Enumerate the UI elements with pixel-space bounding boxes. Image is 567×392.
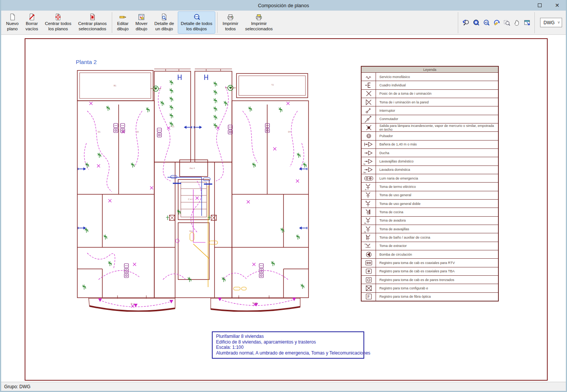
- svg-text:D1: D1: [98, 131, 100, 133]
- legend-label: Bomba de circulación: [376, 250, 498, 258]
- chevron-down-icon: ˅: [558, 20, 560, 25]
- legend-row: Posic ón de a toma de i uminación: [362, 90, 498, 98]
- move-drawing-button[interactable]: Moverdibujo: [132, 11, 150, 34]
- button-label: Borrar: [26, 21, 38, 27]
- statusbar: Grupo: DWG: [1, 382, 566, 391]
- button-label: Centrar todos: [45, 21, 72, 27]
- zoom-x2-icon: ×2: [482, 19, 490, 27]
- zoom-x2-button[interactable]: ×2: [481, 18, 491, 27]
- button-label: vacíos: [25, 27, 38, 32]
- svg-text:2: 2: [365, 200, 367, 203]
- center-all-button[interactable]: Centrar todoslos planos: [42, 11, 75, 34]
- info-line: Escala: 1:100: [216, 345, 360, 350]
- page-new-icon: [9, 13, 16, 21]
- toolbar-button-groups: NuevoplanoBorrarvacíosCentrar todoslos p…: [3, 11, 276, 34]
- detail-all-button[interactable]: Detalle de todoslos dibujos: [178, 11, 215, 34]
- commutator-icon: [362, 115, 376, 123]
- button-label: seleccionados: [245, 27, 273, 32]
- legend-row: Servicio monofásico: [362, 73, 498, 81]
- redraw-button[interactable]: [492, 18, 501, 27]
- page-erase-icon: [28, 13, 36, 21]
- svg-text:T2: T2: [271, 84, 274, 86]
- pushbutton-icon: [362, 132, 376, 140]
- legend-row: FRegistro para toma de fibra óptica: [362, 293, 498, 301]
- zoom-window-button[interactable]: [502, 18, 511, 27]
- close-button[interactable]: ✕: [548, 0, 566, 11]
- lamp-wall-icon: [362, 98, 376, 106]
- zoom-previous-button[interactable]: [461, 18, 470, 27]
- export-format-value: DWG: [544, 20, 554, 25]
- legend-label: Toma de i uminación en la pared: [376, 98, 498, 106]
- button-label: un dibujo: [155, 27, 173, 32]
- legend-row: Interruptor: [362, 106, 498, 115]
- svg-text:D4: D4: [288, 131, 291, 133]
- toma-doble-icon: 2: [362, 200, 376, 208]
- legend-row: Toma de i uminación en la pared: [362, 98, 498, 106]
- page-magnify-icon: [160, 13, 168, 21]
- info-line: Edificio de 8 viviendas, aparcamientos y…: [216, 339, 360, 345]
- export-format-select[interactable]: DWG ˅: [540, 18, 562, 27]
- legend-row: Conmutador: [362, 115, 498, 123]
- legend-label: Salida para lámpara incandescente, vapor…: [376, 123, 498, 131]
- zoom-previous-icon: [462, 19, 470, 27]
- legend-label: Toma de avavajillas: [376, 225, 498, 233]
- legend-row: lav.Lavadora doméstica: [362, 166, 498, 174]
- svg-text:lvj: lvj: [364, 231, 366, 233]
- legend-row: 2Toma de uso general doble: [362, 200, 498, 208]
- button-label: los planos: [48, 27, 68, 32]
- reg-twisted-icon: [362, 276, 376, 284]
- pan-icon: [513, 19, 521, 27]
- legend-label: Registro para toma de cab es de pares tr…: [376, 276, 498, 284]
- pump-icon: [362, 250, 376, 258]
- legend-row: Toma de baño / auxiliar de cocina: [362, 233, 498, 242]
- service-mono-icon: [362, 73, 376, 81]
- toolbar-view-tools: ×2 DWG ˅: [456, 11, 564, 34]
- button-label: Nuevo: [6, 21, 19, 27]
- print-selected-button[interactable]: Imprimirseleccionados: [242, 11, 276, 34]
- legend-row: Registro para toma de cab es de pares tr…: [362, 276, 498, 284]
- bath-icon: [362, 141, 376, 148]
- dishwasher-icon: lvj: [362, 157, 376, 165]
- button-label: dibujo: [136, 27, 147, 32]
- svg-text:lav: lav: [364, 222, 367, 224]
- legend-label: Registro para toma configurab e: [376, 284, 498, 292]
- center-selected-button[interactable]: Centrar planosseleccionados: [75, 11, 110, 34]
- legend-row: Pulsador: [362, 132, 498, 140]
- legend-row: lvjToma de avavajillas: [362, 225, 498, 233]
- print-all-button[interactable]: Imprimirtodos: [219, 11, 241, 34]
- send-to-window-button[interactable]: [522, 18, 532, 27]
- legend-row: Lum naria de emergencia: [362, 174, 498, 183]
- toolbar-separator: [534, 12, 535, 33]
- svg-text:C2: C2: [216, 125, 218, 128]
- svg-text:20: 20: [136, 131, 139, 133]
- legend-label: Toma de uso general doble: [376, 200, 498, 208]
- close-icon: ✕: [555, 2, 559, 8]
- new-plan-button[interactable]: Nuevoplano: [3, 11, 22, 34]
- button-label: Editar: [117, 21, 128, 27]
- zoom-all-button[interactable]: [471, 18, 481, 27]
- toma-lavadora-icon: lav: [362, 217, 376, 225]
- redraw-icon: [493, 19, 500, 27]
- button-label: Detalle de: [154, 21, 174, 27]
- maximize-button[interactable]: [531, 0, 548, 11]
- legend-row: Registro para toma de cab es coaxiales p…: [362, 259, 498, 267]
- reg-rtv-icon: [362, 259, 376, 267]
- button-label: los dibujos: [186, 27, 207, 32]
- printer-icon: [227, 13, 234, 21]
- button-label: Centrar planos: [78, 21, 107, 27]
- erase-empty-button[interactable]: Borrarvacíos: [22, 11, 41, 34]
- edit-drawing-button[interactable]: Editardibujo: [114, 11, 132, 34]
- emergency-light-icon: [362, 174, 376, 182]
- svg-text:B1: B1: [114, 84, 116, 87]
- pan-button[interactable]: [512, 18, 522, 27]
- page-center-sel-icon: [89, 13, 96, 21]
- legend-row: Salida para lámpara incandescente, vapor…: [362, 123, 498, 132]
- drawing-canvas[interactable]: Planta 2: [1, 35, 566, 382]
- legend-label: Bañera de 1,40 m o más: [376, 141, 498, 148]
- svg-text:C st 2: C st 2: [188, 198, 193, 200]
- detail-one-button[interactable]: Detalle deun dibujo: [151, 11, 177, 34]
- svg-text:B LD: B LD: [252, 302, 257, 304]
- legend-table: Leyenda Servicio monofásicoCuadro indivi…: [361, 66, 499, 301]
- legend-label: Toma de baño / auxiliar de cocina: [376, 233, 498, 241]
- legend-row: Bomba de circulación: [362, 250, 498, 259]
